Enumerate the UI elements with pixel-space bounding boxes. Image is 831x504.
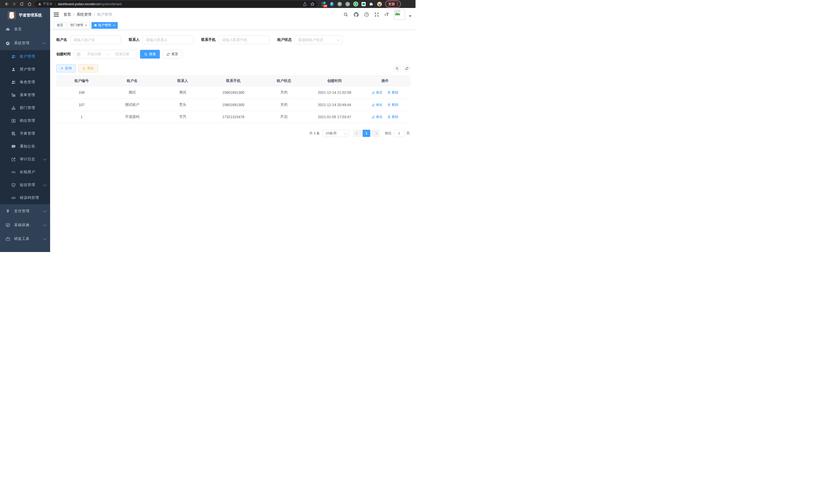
page-number-1[interactable]: 1: [363, 130, 370, 137]
breadcrumb-system[interactable]: 系统管理: [77, 12, 91, 17]
browser-home-icon[interactable]: [26, 1, 33, 7]
browser-back-icon[interactable]: [3, 1, 10, 7]
sidebar-item-pay[interactable]: ¥ 支付管理: [0, 204, 50, 218]
tenant-name-label: 租户名: [56, 37, 67, 42]
browser-toolbar: 不安全 dashboard.yudao.iocoder.cn/system/te…: [0, 0, 416, 8]
edit-icon: [372, 91, 375, 94]
users-icon: [11, 55, 16, 59]
avatar-caret-icon[interactable]: [409, 16, 411, 17]
sidebar-item-menu[interactable]: 菜单管理: [0, 89, 50, 101]
extension-command-icon[interactable]: ⌘: [337, 2, 342, 7]
goto-page-input[interactable]: [394, 130, 404, 137]
edit-link[interactable]: 修改: [372, 115, 382, 119]
sidebar-item-tenant[interactable]: 租户管理: [0, 50, 50, 63]
warning-icon: [38, 2, 41, 6]
status-select-input[interactable]: [295, 35, 343, 44]
chevron-down-icon: [43, 237, 47, 240]
sidebar-item-infra[interactable]: 基础设施: [0, 218, 50, 232]
sidebar-item-system[interactable]: 系统管理: [0, 36, 50, 50]
end-date-placeholder: 结束日期: [111, 52, 134, 57]
share-icon[interactable]: [303, 2, 307, 6]
goto-label: 前往: [385, 131, 392, 136]
avatar[interactable]: [394, 9, 405, 20]
security-status[interactable]: 不安全: [38, 2, 53, 6]
status-select[interactable]: [295, 35, 343, 44]
sidebar-collapse-icon[interactable]: [54, 12, 59, 17]
browser-update-button[interactable]: 更新: [385, 1, 401, 8]
bookmark-star-icon[interactable]: [310, 2, 315, 6]
refresh-table-button[interactable]: [403, 65, 410, 72]
delete-link[interactable]: 删除: [388, 115, 398, 119]
status-text: 关闭: [258, 87, 309, 99]
help-icon[interactable]: [364, 12, 369, 17]
prev-page-button[interactable]: [353, 130, 361, 137]
contact-label: 联系人: [129, 37, 140, 42]
phone-label: 联系手机: [201, 37, 216, 42]
edit-link[interactable]: 修改: [372, 102, 382, 107]
extensions-puzzle-icon[interactable]: [369, 2, 374, 7]
extension-y-icon[interactable]: Y: [353, 2, 358, 7]
sidebar-item-dept[interactable]: 部门管理: [0, 101, 50, 114]
user-icon: [11, 67, 16, 72]
font-size-icon[interactable]: TT: [384, 12, 389, 17]
browser-reload-icon[interactable]: [18, 1, 26, 7]
sidebar-item-error-code[interactable]: 错误码管理: [0, 191, 50, 204]
close-icon[interactable]: ×: [113, 24, 115, 27]
github-icon[interactable]: [353, 12, 359, 17]
url-text: dashboard.yudao.iocoder.cn/system/tenant: [58, 2, 122, 6]
extension-balloon-icon[interactable]: [329, 2, 334, 7]
tab-dept[interactable]: 部门管理 ×: [67, 22, 90, 29]
edit-link[interactable]: 修改: [372, 90, 382, 95]
create-time-range-picker[interactable]: 开始日期 - 结束日期: [74, 50, 137, 59]
refresh-icon: [405, 67, 408, 70]
tab-home[interactable]: 首页: [54, 22, 66, 29]
status-text: 开启: [258, 111, 309, 123]
col-contact: 联系人: [157, 75, 208, 87]
sidebar-item-home[interactable]: 首页: [0, 22, 50, 36]
extension-emoji-icon[interactable]: [377, 2, 382, 7]
export-button[interactable]: 导出: [78, 64, 98, 72]
extension-recorder-icon[interactable]: [345, 2, 350, 7]
col-actions: 操作: [360, 75, 410, 87]
extension-chat-icon[interactable]: [361, 2, 366, 7]
delete-link[interactable]: 删除: [388, 90, 398, 95]
contact-input[interactable]: [143, 35, 194, 44]
app-logo-row[interactable]: 芋道管理系统: [0, 8, 50, 22]
sidebar-item-post[interactable]: 岗位管理: [0, 114, 50, 127]
edit-log-icon: [11, 157, 16, 161]
sidebar-item-sms[interactable]: 短信管理: [0, 179, 50, 191]
phone-input[interactable]: [219, 35, 269, 44]
col-tenant-id: 租户编号: [56, 75, 107, 87]
sidebar-item-notice[interactable]: 通知公告: [0, 140, 50, 153]
delete-link[interactable]: 删除: [388, 102, 398, 107]
browser-menu-icon[interactable]: [397, 2, 398, 6]
chevron-up-icon: [42, 42, 46, 46]
search-button[interactable]: 搜索: [140, 50, 160, 59]
calendar-icon: [77, 52, 80, 56]
shield-check-icon: [11, 183, 16, 187]
fullscreen-icon[interactable]: [374, 12, 379, 17]
toggle-search-button[interactable]: [393, 65, 401, 72]
gear-icon: [6, 41, 10, 46]
next-page-button[interactable]: [372, 130, 379, 137]
sidebar-item-dev-tools[interactable]: 研发工具: [0, 232, 50, 246]
address-bar[interactable]: 不安全 dashboard.yudao.iocoder.cn/system/te…: [35, 1, 318, 7]
sidebar-item-online-user[interactable]: 在线用户: [0, 166, 50, 179]
sidebar-item-role[interactable]: 角色管理: [0, 76, 50, 89]
reset-button[interactable]: 重置: [163, 50, 182, 59]
page-size-select[interactable]: 10条/页: [323, 130, 349, 137]
tab-tenant[interactable]: 租户管理 ×: [91, 22, 118, 29]
roles-icon: [11, 80, 16, 85]
browser-forward-icon[interactable]: [10, 1, 18, 7]
sidebar-item-user[interactable]: 用户管理: [0, 63, 50, 76]
close-icon[interactable]: ×: [85, 24, 87, 27]
breadcrumb-home[interactable]: 首页: [63, 12, 71, 17]
page-content: 租户名 联系人 联系手机 租户状态: [50, 30, 416, 252]
sidebar-item-audit-log[interactable]: 审计日志: [0, 153, 50, 166]
extension-tampermonkey-icon[interactable]: 10: [321, 2, 326, 7]
add-button[interactable]: 新增: [56, 64, 76, 72]
sidebar-item-dict[interactable]: 字典管理: [0, 127, 50, 140]
header-search-icon[interactable]: [344, 12, 348, 17]
tenant-name-input[interactable]: [70, 35, 121, 44]
pagination: 共 3 条 10条/页 1 前往 页: [56, 130, 410, 137]
